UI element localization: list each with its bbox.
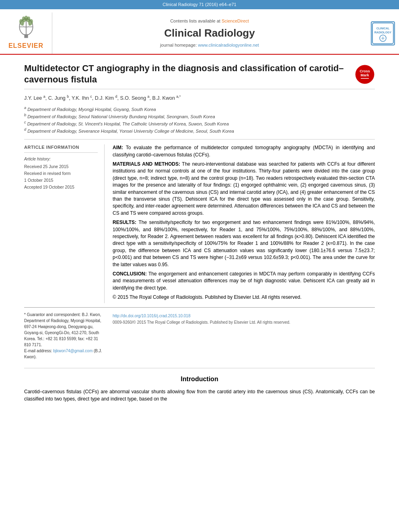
affiliation-c: c Department of Radiology, St. Vincent's… xyxy=(24,120,375,127)
abstract-conclusion-text: The engorgement and enhancement categori… xyxy=(113,271,375,291)
email-line: E-mail address: bjkwon74@gmail.com (B.J.… xyxy=(24,348,105,360)
author-yk-ihn: Y.K. Ihn c xyxy=(72,95,92,101)
journal-logo-right: CLINICAL RADIOLOGY xyxy=(367,12,399,53)
crossmark-icon: Cross Mark xyxy=(355,64,375,84)
svg-point-9 xyxy=(24,16,28,21)
footnote-right: http://dx.doi.org/10.1016/j.crad.2015.10… xyxy=(113,312,375,360)
elsevier-brand-text: ELSEVIER xyxy=(8,41,43,50)
abstract-aim-label: AIM: xyxy=(113,145,123,150)
doi-link[interactable]: http://dx.doi.org/10.1016/j.crad.2015.10… xyxy=(113,314,190,318)
article-history-revised-date: 1 October 2015 xyxy=(24,177,98,184)
abstract-conclusion-label: CONCLUSION: xyxy=(113,271,147,277)
article-info-header: ARTICLE INFORMATION xyxy=(24,144,98,152)
abstract-copyright: © 2015 The Royal College of Radiologists… xyxy=(113,294,375,301)
article-title: Multidetector CT angiography in the diag… xyxy=(24,63,347,86)
abstract-results-text: The sensitivity/specificity for two engo… xyxy=(113,220,375,267)
sciencedirect-label: Contents lists available at xyxy=(170,18,220,23)
abstract-conclusion: CONCLUSION: The engorgement and enhancem… xyxy=(113,271,375,292)
author-dj-kim: D.J. Kim d xyxy=(95,95,117,101)
journal-homepage-line: journal homepage: www.clinicalradiologyo… xyxy=(160,42,259,48)
author-c-jung: C. Jung b xyxy=(48,95,69,101)
affiliation-d: d Department of Radiology, Severance Hos… xyxy=(24,127,375,134)
journal-title: Clinical Radiology xyxy=(164,26,255,40)
article-history-revised-label: Received in revised form xyxy=(24,170,98,177)
article-history-accepted: Accepted 19 October 2015 xyxy=(24,184,98,191)
svg-text:Cross: Cross xyxy=(360,69,370,73)
radiology-logo-box: CLINICAL RADIOLOGY xyxy=(371,21,395,45)
footnote-section: * Guarantor and correspondent: B.J. Kwon… xyxy=(24,307,375,360)
abstract-results-label: RESULTS: xyxy=(113,220,136,225)
homepage-label: journal homepage: xyxy=(160,43,197,47)
copyright-footer: 0009-9260/© 2015 The Royal College of Ra… xyxy=(113,320,375,325)
abstract-methods: MATERIALS AND METHODS: The neuro-interve… xyxy=(113,161,375,217)
authors-line: J.Y. Lee a, C. Jung b, Y.K. Ihn c, D.J. … xyxy=(24,94,375,102)
svg-text:CLINICAL: CLINICAL xyxy=(376,27,390,30)
sciencedirect-link[interactable]: ScienceDirect xyxy=(222,18,249,23)
introduction-section: Introduction Carotid–cavernous fistulas … xyxy=(24,368,375,402)
introduction-text: Carotid–cavernous fistulas (CCFs) are ab… xyxy=(24,388,375,403)
doi-line: http://dx.doi.org/10.1016/j.crad.2015.10… xyxy=(113,313,375,319)
introduction-title: Introduction xyxy=(24,375,375,384)
sciencedirect-line: Contents lists available at ScienceDirec… xyxy=(170,18,249,24)
elsevier-logo: ELSEVIER xyxy=(0,12,52,53)
journal-center-info: Contents lists available at ScienceDirec… xyxy=(52,12,367,53)
email-link[interactable]: bjkwon74@gmail.com xyxy=(53,349,93,353)
email-label: E-mail address: xyxy=(24,349,52,353)
article-info-column: ARTICLE INFORMATION Article history: Rec… xyxy=(24,144,105,303)
abstract-aim: AIM: To evaluate the performance of mult… xyxy=(113,144,375,158)
abstract-aim-text: To evaluate the performance of multidete… xyxy=(113,145,375,157)
abstract-column: AIM: To evaluate the performance of mult… xyxy=(113,144,375,303)
main-content: Multidetector CT angiography in the diag… xyxy=(0,55,399,411)
homepage-link[interactable]: www.clinicalradiologyonline.net xyxy=(198,43,259,47)
journal-issue-bar: Clinical Radiology 71 (2016) e64–e71 xyxy=(0,0,399,9)
author-so-seong: S.O. Seong a xyxy=(120,95,149,101)
affiliation-b: b Department of Radiology, Seoul Nationa… xyxy=(24,113,375,120)
guarantor-text: * Guarantor and correspondent: B.J. Kwon… xyxy=(24,312,105,348)
two-column-section: ARTICLE INFORMATION Article history: Rec… xyxy=(24,144,375,303)
author-jy-lee: J.Y. Lee a xyxy=(24,95,45,101)
crossmark-badge[interactable]: Cross Mark xyxy=(355,64,375,84)
abstract-results: RESULTS: The sensitivity/specificity for… xyxy=(113,219,375,268)
article-history-received: Received 25 June 2015 xyxy=(24,163,98,170)
intro-divider xyxy=(24,368,375,368)
journal-issue-text: Clinical Radiology 71 (2016) e64–e71 xyxy=(162,2,236,7)
abstract-copyright-text: © 2015 The Royal College of Radiologists… xyxy=(113,294,302,300)
journal-header: ELSEVIER Contents lists available at Sci… xyxy=(0,9,399,54)
article-title-section: Multidetector CT angiography in the diag… xyxy=(24,63,375,89)
footnote-left: * Guarantor and correspondent: B.J. Kwon… xyxy=(24,312,105,360)
article-history-label: Article history: xyxy=(24,156,98,162)
abstract-methods-text: The neuro-interventional database was se… xyxy=(113,161,375,216)
affiliations-block: a Department of Radiology, Myongji Hospi… xyxy=(24,105,375,140)
svg-text:RADIOLOGY: RADIOLOGY xyxy=(374,31,392,34)
intro-paragraph-text: Carotid–cavernous fistulas (CCFs) are ab… xyxy=(24,389,375,402)
affiliation-a: a Department of Radiology, Myongji Hospi… xyxy=(24,105,375,113)
svg-text:Mark: Mark xyxy=(360,73,369,77)
radiology-logo-icon: CLINICAL RADIOLOGY xyxy=(372,22,394,45)
elsevier-tree-icon xyxy=(10,16,42,40)
abstract-methods-label: MATERIALS AND METHODS: xyxy=(113,161,180,167)
author-bj-kwon: B.J. Kwon a,* xyxy=(152,95,181,101)
